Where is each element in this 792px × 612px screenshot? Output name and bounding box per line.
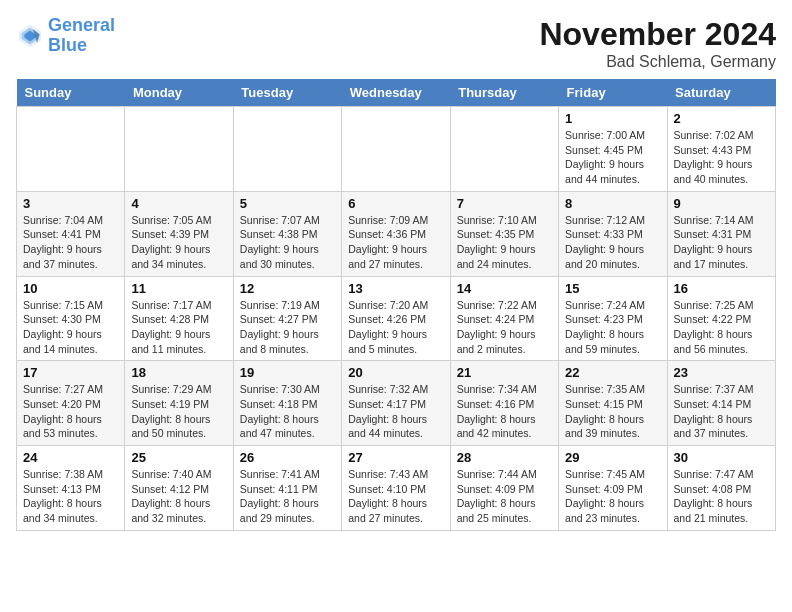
day-info: Sunrise: 7:30 AM Sunset: 4:18 PM Dayligh… [240,382,335,441]
day-info: Sunrise: 7:38 AM Sunset: 4:13 PM Dayligh… [23,467,118,526]
day-number: 8 [565,196,660,211]
day-number: 12 [240,281,335,296]
logo: General Blue [16,16,115,56]
week-row-3: 10Sunrise: 7:15 AM Sunset: 4:30 PM Dayli… [17,276,776,361]
weekday-header-monday: Monday [125,79,233,107]
day-number: 13 [348,281,443,296]
day-number: 27 [348,450,443,465]
day-number: 24 [23,450,118,465]
day-cell: 19Sunrise: 7:30 AM Sunset: 4:18 PM Dayli… [233,361,341,446]
day-number: 25 [131,450,226,465]
day-cell: 28Sunrise: 7:44 AM Sunset: 4:09 PM Dayli… [450,446,558,531]
day-number: 23 [674,365,769,380]
weekday-header-friday: Friday [559,79,667,107]
day-info: Sunrise: 7:44 AM Sunset: 4:09 PM Dayligh… [457,467,552,526]
day-cell: 14Sunrise: 7:22 AM Sunset: 4:24 PM Dayli… [450,276,558,361]
day-cell [450,107,558,192]
day-info: Sunrise: 7:09 AM Sunset: 4:36 PM Dayligh… [348,213,443,272]
day-info: Sunrise: 7:12 AM Sunset: 4:33 PM Dayligh… [565,213,660,272]
day-info: Sunrise: 7:41 AM Sunset: 4:11 PM Dayligh… [240,467,335,526]
day-cell: 23Sunrise: 7:37 AM Sunset: 4:14 PM Dayli… [667,361,775,446]
day-number: 6 [348,196,443,211]
day-info: Sunrise: 7:32 AM Sunset: 4:17 PM Dayligh… [348,382,443,441]
day-info: Sunrise: 7:07 AM Sunset: 4:38 PM Dayligh… [240,213,335,272]
day-cell: 17Sunrise: 7:27 AM Sunset: 4:20 PM Dayli… [17,361,125,446]
day-number: 20 [348,365,443,380]
day-info: Sunrise: 7:25 AM Sunset: 4:22 PM Dayligh… [674,298,769,357]
day-info: Sunrise: 7:47 AM Sunset: 4:08 PM Dayligh… [674,467,769,526]
day-cell [233,107,341,192]
day-cell: 13Sunrise: 7:20 AM Sunset: 4:26 PM Dayli… [342,276,450,361]
day-cell: 6Sunrise: 7:09 AM Sunset: 4:36 PM Daylig… [342,191,450,276]
day-info: Sunrise: 7:40 AM Sunset: 4:12 PM Dayligh… [131,467,226,526]
day-cell: 5Sunrise: 7:07 AM Sunset: 4:38 PM Daylig… [233,191,341,276]
day-cell: 18Sunrise: 7:29 AM Sunset: 4:19 PM Dayli… [125,361,233,446]
day-cell: 25Sunrise: 7:40 AM Sunset: 4:12 PM Dayli… [125,446,233,531]
day-cell [125,107,233,192]
day-cell: 4Sunrise: 7:05 AM Sunset: 4:39 PM Daylig… [125,191,233,276]
day-number: 11 [131,281,226,296]
title-area: November 2024 Bad Schlema, Germany [539,16,776,71]
day-number: 15 [565,281,660,296]
day-cell: 21Sunrise: 7:34 AM Sunset: 4:16 PM Dayli… [450,361,558,446]
day-cell: 30Sunrise: 7:47 AM Sunset: 4:08 PM Dayli… [667,446,775,531]
day-cell: 22Sunrise: 7:35 AM Sunset: 4:15 PM Dayli… [559,361,667,446]
day-number: 4 [131,196,226,211]
day-cell: 11Sunrise: 7:17 AM Sunset: 4:28 PM Dayli… [125,276,233,361]
day-number: 5 [240,196,335,211]
day-cell: 15Sunrise: 7:24 AM Sunset: 4:23 PM Dayli… [559,276,667,361]
day-cell: 8Sunrise: 7:12 AM Sunset: 4:33 PM Daylig… [559,191,667,276]
day-info: Sunrise: 7:20 AM Sunset: 4:26 PM Dayligh… [348,298,443,357]
day-cell: 20Sunrise: 7:32 AM Sunset: 4:17 PM Dayli… [342,361,450,446]
day-info: Sunrise: 7:15 AM Sunset: 4:30 PM Dayligh… [23,298,118,357]
day-cell: 3Sunrise: 7:04 AM Sunset: 4:41 PM Daylig… [17,191,125,276]
day-number: 29 [565,450,660,465]
day-number: 18 [131,365,226,380]
day-info: Sunrise: 7:35 AM Sunset: 4:15 PM Dayligh… [565,382,660,441]
day-info: Sunrise: 7:05 AM Sunset: 4:39 PM Dayligh… [131,213,226,272]
day-info: Sunrise: 7:37 AM Sunset: 4:14 PM Dayligh… [674,382,769,441]
day-info: Sunrise: 7:29 AM Sunset: 4:19 PM Dayligh… [131,382,226,441]
week-row-4: 17Sunrise: 7:27 AM Sunset: 4:20 PM Dayli… [17,361,776,446]
day-info: Sunrise: 7:34 AM Sunset: 4:16 PM Dayligh… [457,382,552,441]
day-info: Sunrise: 7:43 AM Sunset: 4:10 PM Dayligh… [348,467,443,526]
day-info: Sunrise: 7:14 AM Sunset: 4:31 PM Dayligh… [674,213,769,272]
day-number: 19 [240,365,335,380]
day-number: 2 [674,111,769,126]
day-info: Sunrise: 7:04 AM Sunset: 4:41 PM Dayligh… [23,213,118,272]
day-cell [342,107,450,192]
day-cell: 24Sunrise: 7:38 AM Sunset: 4:13 PM Dayli… [17,446,125,531]
day-cell: 9Sunrise: 7:14 AM Sunset: 4:31 PM Daylig… [667,191,775,276]
day-cell: 2Sunrise: 7:02 AM Sunset: 4:43 PM Daylig… [667,107,775,192]
day-cell: 29Sunrise: 7:45 AM Sunset: 4:09 PM Dayli… [559,446,667,531]
day-number: 28 [457,450,552,465]
weekday-header-sunday: Sunday [17,79,125,107]
month-title: November 2024 [539,16,776,53]
day-number: 22 [565,365,660,380]
day-cell: 7Sunrise: 7:10 AM Sunset: 4:35 PM Daylig… [450,191,558,276]
day-number: 30 [674,450,769,465]
day-number: 1 [565,111,660,126]
weekday-header-saturday: Saturday [667,79,775,107]
day-number: 14 [457,281,552,296]
week-row-5: 24Sunrise: 7:38 AM Sunset: 4:13 PM Dayli… [17,446,776,531]
day-cell: 16Sunrise: 7:25 AM Sunset: 4:22 PM Dayli… [667,276,775,361]
logo-icon [16,22,44,50]
day-info: Sunrise: 7:10 AM Sunset: 4:35 PM Dayligh… [457,213,552,272]
day-cell: 1Sunrise: 7:00 AM Sunset: 4:45 PM Daylig… [559,107,667,192]
calendar-table: SundayMondayTuesdayWednesdayThursdayFrid… [16,79,776,531]
location-subtitle: Bad Schlema, Germany [539,53,776,71]
day-number: 21 [457,365,552,380]
day-info: Sunrise: 7:00 AM Sunset: 4:45 PM Dayligh… [565,128,660,187]
day-cell: 26Sunrise: 7:41 AM Sunset: 4:11 PM Dayli… [233,446,341,531]
day-info: Sunrise: 7:19 AM Sunset: 4:27 PM Dayligh… [240,298,335,357]
day-number: 7 [457,196,552,211]
week-row-1: 1Sunrise: 7:00 AM Sunset: 4:45 PM Daylig… [17,107,776,192]
weekday-header-row: SundayMondayTuesdayWednesdayThursdayFrid… [17,79,776,107]
weekday-header-thursday: Thursday [450,79,558,107]
day-info: Sunrise: 7:17 AM Sunset: 4:28 PM Dayligh… [131,298,226,357]
day-number: 10 [23,281,118,296]
day-cell: 12Sunrise: 7:19 AM Sunset: 4:27 PM Dayli… [233,276,341,361]
day-number: 3 [23,196,118,211]
day-info: Sunrise: 7:22 AM Sunset: 4:24 PM Dayligh… [457,298,552,357]
